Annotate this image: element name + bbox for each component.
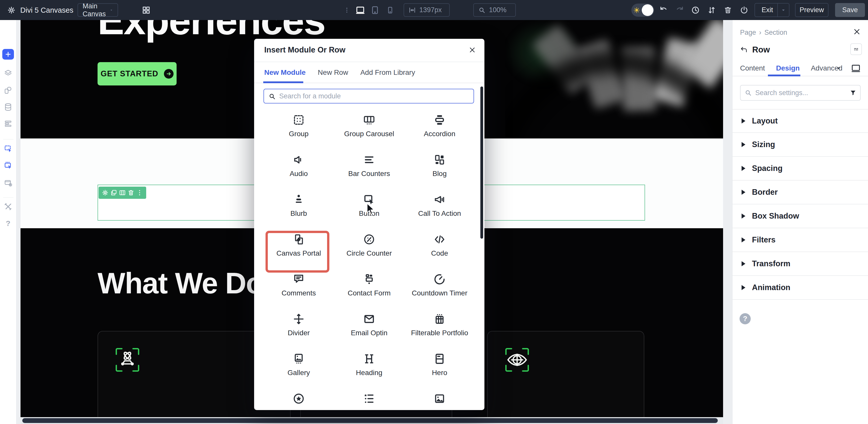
- trash-icon[interactable]: [723, 6, 732, 15]
- module-item-blurb[interactable]: Blurb: [264, 193, 334, 233]
- layers-icon: [4, 69, 12, 78]
- save-button[interactable]: Save: [835, 3, 865, 17]
- modal-scrollbar-thumb[interactable]: [480, 86, 483, 238]
- back-arrow-icon[interactable]: [740, 46, 748, 54]
- module-item-contact-form[interactable]: Contact Form: [334, 273, 404, 313]
- module-item-gallery[interactable]: Gallery: [264, 352, 334, 392]
- export-icon[interactable]: [740, 6, 748, 15]
- help-button[interactable]: ?: [740, 313, 751, 324]
- module-item-canvas-portal[interactable]: Canvas Portal: [264, 233, 334, 273]
- group-carousel-icon: [363, 114, 375, 126]
- desktop-view-icon[interactable]: [355, 6, 366, 15]
- module-item-code[interactable]: Code: [404, 233, 475, 273]
- undo-icon[interactable]: [659, 6, 668, 15]
- settings-section-spacing[interactable]: Spacing: [733, 157, 868, 180]
- module-label: Bar Counters: [348, 170, 390, 178]
- module-item-filterable-portfolio[interactable]: Filterable Portfolio: [404, 313, 475, 352]
- module-item-icon-list[interactable]: [334, 392, 404, 410]
- arrow-right-icon: [164, 69, 174, 79]
- desktop-preview-icon[interactable]: [850, 63, 861, 73]
- get-started-button[interactable]: GET STARTED: [97, 62, 177, 85]
- close-icon[interactable]: [852, 27, 861, 36]
- breadcrumb-page[interactable]: Page: [740, 29, 756, 36]
- settings-section-transform[interactable]: Transform: [733, 252, 868, 276]
- sidebar-item-pages[interactable]: [4, 86, 12, 94]
- canvas-selector-dropdown[interactable]: Main Canvas: [78, 3, 118, 17]
- plus-icon: [5, 51, 11, 58]
- module-item-accordion[interactable]: Accordion: [404, 114, 475, 153]
- settings-section-filters[interactable]: Filters: [733, 228, 868, 252]
- sidebar-item-select-row[interactable]: [4, 161, 12, 169]
- settings-section-sizing[interactable]: Sizing: [733, 133, 868, 157]
- module-label: Hero: [432, 369, 447, 377]
- tab-content[interactable]: Content: [740, 64, 765, 72]
- preview-button[interactable]: Preview: [795, 3, 829, 17]
- module-item-heading[interactable]: Heading: [334, 352, 404, 392]
- module-item-audio[interactable]: Audio: [264, 153, 334, 193]
- module-item-email-optin[interactable]: Email Optin: [334, 313, 404, 352]
- module-item-circle-counter[interactable]: Circle Counter: [334, 233, 404, 273]
- canvas-width-field[interactable]: 1397px: [404, 3, 450, 17]
- chevron-down-icon[interactable]: [836, 65, 842, 71]
- feature-card[interactable]: Wearable Augmented Reality: [487, 331, 644, 417]
- module-label: Countdown Timer: [412, 289, 467, 297]
- sidebar-item-add-module[interactable]: [2, 49, 14, 60]
- circle-counter-icon: [363, 233, 375, 246]
- sort-arrows-icon[interactable]: [707, 6, 716, 15]
- filter-funnel-icon[interactable]: [849, 89, 857, 96]
- dots-v-icon[interactable]: [136, 189, 143, 196]
- hero-heading: Experiences: [97, 20, 325, 40]
- tablet-view-icon[interactable]: [370, 5, 379, 15]
- more-options-icon[interactable]: [344, 6, 350, 14]
- settings-section-layout[interactable]: Layout: [733, 109, 868, 133]
- settings-gear-icon[interactable]: [7, 6, 16, 15]
- module-item-countdown-timer[interactable]: Countdown Timer: [404, 273, 475, 313]
- preset-options-icon[interactable]: [850, 44, 862, 55]
- canvas-grid-icon[interactable]: [142, 6, 151, 15]
- width-arrows-icon: [409, 7, 416, 14]
- get-started-label: GET STARTED: [101, 69, 158, 78]
- sidebar-item-clone-view[interactable]: [4, 178, 12, 187]
- settings-search-input[interactable]: [755, 85, 841, 100]
- module-item-blog[interactable]: Blog: [404, 153, 475, 193]
- sidebar-item-select-module[interactable]: [4, 144, 12, 153]
- group-icon: [292, 114, 305, 126]
- module-item-divider[interactable]: Divider: [264, 313, 334, 352]
- module-item-comments[interactable]: Comments: [264, 273, 334, 313]
- sidebar-item-help[interactable]: ?: [4, 219, 12, 228]
- section-label: Transform: [752, 259, 790, 268]
- duplicate-icon[interactable]: [110, 189, 117, 196]
- horizontal-scrollbar[interactable]: [21, 417, 723, 424]
- trash-icon[interactable]: [127, 189, 134, 196]
- sidebar-item-wireframe[interactable]: [4, 119, 12, 128]
- theme-toggle[interactable]: [631, 4, 654, 17]
- scrollbar-thumb[interactable]: [22, 418, 718, 423]
- redo-icon[interactable]: [676, 6, 684, 15]
- exit-label: Exit: [755, 6, 773, 14]
- breadcrumb-section[interactable]: Section: [764, 29, 787, 36]
- module-item-group[interactable]: Group: [264, 114, 334, 153]
- sidebar-item-database[interactable]: [4, 103, 12, 111]
- gear-icon[interactable]: [102, 189, 109, 196]
- zoom-field[interactable]: 100%: [473, 3, 516, 17]
- settings-section-box-shadow[interactable]: Box Shadow: [733, 204, 868, 228]
- module-item-image[interactable]: [404, 392, 475, 410]
- module-item-group-carousel[interactable]: Group Carousel: [334, 114, 404, 153]
- module-item-bar-counters[interactable]: Bar Counters: [334, 153, 404, 193]
- settings-section-animation[interactable]: Animation: [733, 276, 868, 300]
- section-heading: What We Do: [97, 266, 263, 300]
- columns-icon[interactable]: [119, 189, 126, 196]
- module-item-icon-star[interactable]: [264, 392, 334, 410]
- phone-view-icon[interactable]: [386, 6, 394, 15]
- chevron-right-icon: [742, 261, 745, 266]
- sidebar-item-layers[interactable]: [4, 69, 12, 78]
- module-item-button[interactable]: Button: [334, 193, 404, 233]
- chevron-down-icon[interactable]: [781, 8, 786, 13]
- tab-design[interactable]: Design: [776, 64, 800, 72]
- module-item-call-to-action[interactable]: Call To Action: [404, 193, 475, 233]
- module-item-hero[interactable]: Hero: [404, 352, 475, 392]
- history-clock-icon[interactable]: [691, 6, 700, 15]
- sidebar-item-tools[interactable]: [4, 202, 12, 211]
- settings-section-border[interactable]: Border: [733, 180, 868, 204]
- exit-button[interactable]: Exit: [754, 3, 789, 17]
